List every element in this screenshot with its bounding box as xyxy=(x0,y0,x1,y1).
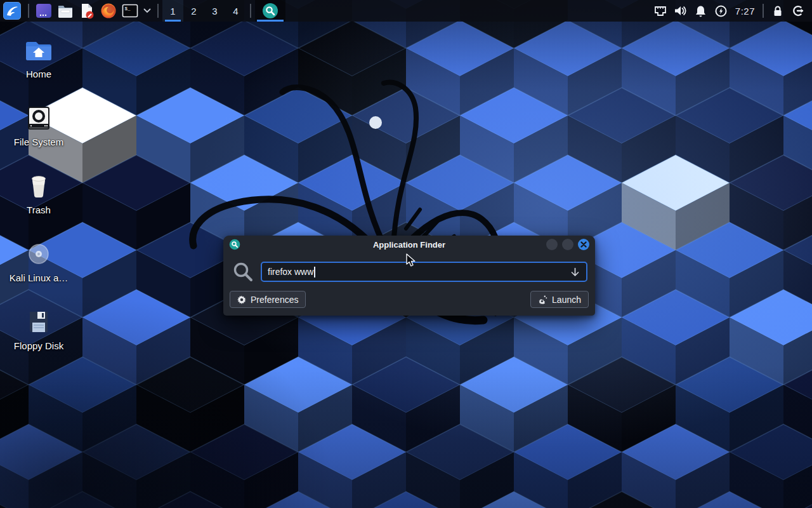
launch-icon xyxy=(538,295,547,304)
close-button[interactable] xyxy=(578,239,589,250)
search-input[interactable]: firefox www xyxy=(261,262,587,282)
lock-screen-button[interactable] xyxy=(768,0,788,22)
lock-icon xyxy=(772,5,783,17)
workspace-3-label: 3 xyxy=(212,6,217,17)
home-icon xyxy=(23,35,54,65)
kali-menu-icon xyxy=(3,2,21,20)
input-dropdown-button[interactable] xyxy=(570,267,580,277)
terminal-dropdown-icon: $_ xyxy=(122,3,138,18)
preferences-button[interactable]: Preferences xyxy=(230,291,306,308)
firefox-launcher[interactable] xyxy=(98,0,119,22)
panel-clock[interactable]: 7:27 xyxy=(731,6,759,17)
disc-icon xyxy=(23,239,54,269)
window-controls xyxy=(546,239,589,250)
desktop-icon-label: Home xyxy=(26,69,51,79)
titlebar[interactable]: Application Finder xyxy=(223,236,595,253)
logout-icon xyxy=(792,4,804,17)
desktop-icon-kali-linux-disc[interactable]: Kali Linux a… xyxy=(0,234,77,302)
search-row: firefox www xyxy=(232,261,587,283)
logout-button[interactable] xyxy=(788,0,808,22)
terminal-icon xyxy=(36,3,52,19)
desktop-icon-column: Home File System Trash Kali Linux a… xyxy=(0,30,77,370)
desktop-icon-label: Floppy Disk xyxy=(14,340,63,351)
desktop-icon-home[interactable]: Home xyxy=(0,30,77,98)
desktop-icon-label: Kali Linux a… xyxy=(10,272,69,283)
power-manager-tray-button[interactable] xyxy=(711,0,731,22)
chevron-down-icon xyxy=(143,8,151,13)
window-app-finder-icon xyxy=(229,239,240,250)
desktop-icon-trash[interactable]: Trash xyxy=(0,166,77,234)
power-manager-icon xyxy=(715,5,727,17)
text-editor-launcher[interactable] xyxy=(76,0,98,22)
workspace-4[interactable]: 4 xyxy=(225,0,246,22)
workspace-3[interactable]: 3 xyxy=(204,0,225,22)
launch-button[interactable]: Launch xyxy=(530,291,589,308)
terminal-launcher[interactable] xyxy=(33,0,55,22)
workspace-2[interactable]: 2 xyxy=(183,0,204,22)
workspace-1[interactable]: 1 xyxy=(162,0,183,22)
panel-separator xyxy=(763,4,764,18)
app-finder-icon xyxy=(262,3,278,19)
text-caret xyxy=(314,267,315,277)
drive-icon xyxy=(23,103,54,133)
close-icon xyxy=(580,241,587,248)
search-input-value: firefox www xyxy=(268,267,313,277)
workspace-4-label: 4 xyxy=(233,6,238,17)
firefox-icon xyxy=(100,3,117,19)
volume-tray-button[interactable] xyxy=(671,0,691,22)
applications-menu-button[interactable] xyxy=(0,0,24,22)
file-manager-launcher[interactable] xyxy=(55,0,76,22)
volume-icon xyxy=(674,5,687,17)
trash-icon xyxy=(23,171,54,201)
down-arrow-icon xyxy=(570,267,580,277)
action-row: Preferences Launch xyxy=(230,291,589,308)
file-manager-icon xyxy=(57,3,74,19)
network-icon xyxy=(654,6,667,17)
preferences-button-label: Preferences xyxy=(251,295,298,305)
gear-icon xyxy=(237,295,246,304)
workspace-1-label: 1 xyxy=(170,6,175,17)
window-title: Application Finder xyxy=(223,240,595,250)
maximize-button[interactable] xyxy=(562,239,573,250)
top-panel: $_ 1 2 3 4 xyxy=(0,0,812,22)
application-finder-window: Application Finder firefox www xyxy=(223,236,595,316)
desktop-icon-label: File System xyxy=(14,137,63,147)
taskbar-application-finder-button[interactable] xyxy=(255,0,285,22)
floppy-icon xyxy=(23,307,54,337)
panel-separator xyxy=(250,4,251,18)
notifications-icon xyxy=(695,5,707,17)
search-icon xyxy=(232,261,254,283)
text-editor-icon xyxy=(79,3,95,19)
panel-separator xyxy=(28,4,29,18)
minimize-button[interactable] xyxy=(546,239,558,250)
desktop-icon-label: Trash xyxy=(27,204,51,215)
system-tray: 7:27 xyxy=(650,0,812,22)
terminal-dropdown-launcher[interactable]: $_ xyxy=(119,0,141,22)
network-tray-button[interactable] xyxy=(650,0,671,22)
panel-separator xyxy=(157,4,159,18)
desktop-icon-file-system[interactable]: File System xyxy=(0,98,77,166)
launch-button-label: Launch xyxy=(552,295,581,305)
notifications-tray-button[interactable] xyxy=(691,0,711,22)
workspace-2-label: 2 xyxy=(191,6,196,17)
svg-text:$_: $_ xyxy=(125,6,131,11)
launcher-dropdown-toggle[interactable] xyxy=(141,0,154,22)
desktop-icon-floppy-disk[interactable]: Floppy Disk xyxy=(0,302,77,370)
